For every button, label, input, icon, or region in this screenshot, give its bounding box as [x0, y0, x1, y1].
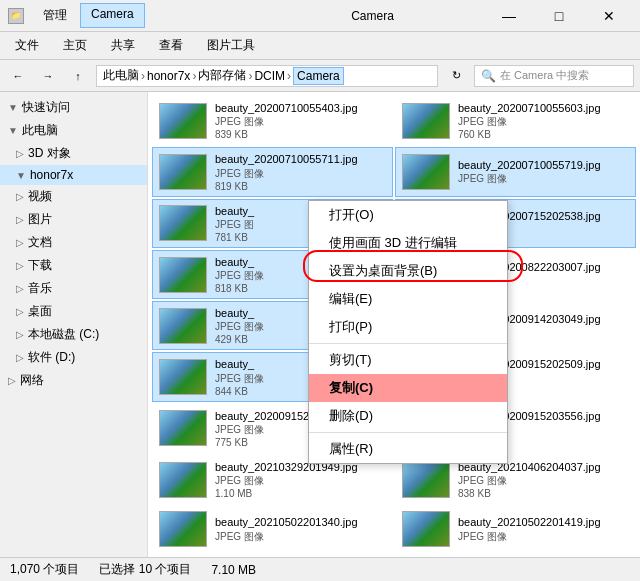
file-info: beauty_20200710055603.jpg JPEG 图像 760 KB — [458, 101, 629, 140]
context-menu-open[interactable]: 打开(O) — [309, 201, 507, 229]
title-icon: 📁 — [8, 8, 24, 24]
expand-icon: ▷ — [16, 329, 24, 340]
file-type: JPEG 图像 — [458, 474, 629, 488]
context-menu-edit[interactable]: 编辑(E) — [309, 285, 507, 313]
file-name: beauty_20210502201419.jpg — [458, 515, 629, 529]
expand-icon: ▷ — [16, 352, 24, 363]
context-menu-label: 剪切(T) — [329, 351, 372, 369]
file-item[interactable]: beauty_20200710055711.jpg JPEG 图像 819 KB — [152, 147, 393, 196]
file-info: beauty_20210502201419.jpg JPEG 图像 — [458, 515, 629, 543]
path-internal[interactable]: 内部存储 — [198, 67, 246, 84]
maximize-button[interactable]: □ — [536, 0, 582, 32]
context-menu-sep2 — [309, 432, 507, 433]
status-bar: 1,070 个项目 已选择 10 个项目 7.10 MB — [0, 557, 640, 581]
sidebar-item-drive-d[interactable]: ▷ 软件 (D:) — [0, 346, 147, 369]
expand-icon: ▷ — [16, 214, 24, 225]
selected-count: 已选择 10 个项目 — [99, 561, 191, 578]
sidebar-item-documents[interactable]: ▷ 文档 — [0, 231, 147, 254]
sidebar-item-3dobjects[interactable]: ▷ 3D 对象 — [0, 142, 147, 165]
ribbon-share[interactable]: 共享 — [100, 33, 146, 58]
file-thumbnail — [159, 103, 207, 139]
context-menu-cut[interactable]: 剪切(T) — [309, 346, 507, 374]
sidebar-item-honor7x[interactable]: ▼ honor7x — [0, 165, 147, 185]
context-menu-wallpaper[interactable]: 设置为桌面背景(B) — [309, 257, 507, 285]
context-menu-label: 设置为桌面背景(B) — [329, 262, 437, 280]
file-name: beauty_20200710055403.jpg — [215, 101, 386, 115]
file-name: beauty_20200710055719.jpg — [458, 158, 629, 172]
sidebar-label: 软件 (D:) — [28, 349, 75, 366]
file-item[interactable]: beauty_20200710055403.jpg JPEG 图像 839 KB — [152, 96, 393, 145]
nav-back-button[interactable]: ← — [6, 64, 30, 88]
search-box[interactable]: 🔍 在 Camera 中搜索 — [474, 65, 634, 87]
path-honor7x[interactable]: honor7x — [147, 69, 190, 83]
address-path[interactable]: 此电脑 › honor7x › 内部存储 › DCIM › Camera — [96, 65, 438, 87]
sidebar-item-pictures[interactable]: ▷ 图片 — [0, 208, 147, 231]
nav-forward-button[interactable]: → — [36, 64, 60, 88]
context-menu-print[interactable]: 打印(P) — [309, 313, 507, 341]
file-item[interactable]: beauty_20210502201340.jpg JPEG 图像 — [152, 506, 393, 552]
refresh-button[interactable]: ↻ — [444, 64, 468, 88]
nav-up-button[interactable]: ↑ — [66, 64, 90, 88]
sidebar-label: 此电脑 — [22, 122, 58, 139]
context-menu-label: 打印(P) — [329, 318, 372, 336]
content-area: beauty_20200710055403.jpg JPEG 图像 839 KB… — [148, 92, 640, 557]
file-item[interactable]: beauty_20200710055603.jpg JPEG 图像 760 KB — [395, 96, 636, 145]
context-menu-label: 复制(C) — [329, 379, 373, 397]
path-thispc[interactable]: 此电脑 — [103, 67, 139, 84]
ribbon-view[interactable]: 查看 — [148, 33, 194, 58]
sidebar-label: 快速访问 — [22, 99, 70, 116]
file-thumbnail — [159, 511, 207, 547]
context-menu-label: 打开(O) — [329, 206, 374, 224]
close-button[interactable]: ✕ — [586, 0, 632, 32]
sidebar-label: 3D 对象 — [28, 145, 71, 162]
ribbon: 文件 主页 共享 查看 图片工具 — [0, 32, 640, 60]
file-name: beauty_20210502201340.jpg — [215, 515, 386, 529]
context-menu-copy[interactable]: 复制(C) — [309, 374, 507, 402]
file-type: JPEG 图像 — [215, 167, 386, 181]
ribbon-home[interactable]: 主页 — [52, 33, 98, 58]
path-dcim[interactable]: DCIM — [254, 69, 285, 83]
sidebar-item-quickaccess[interactable]: ▼ 快速访问 — [0, 96, 147, 119]
sidebar-item-thispc[interactable]: ▼ 此电脑 — [0, 119, 147, 142]
file-item[interactable]: beauty_20200710055719.jpg JPEG 图像 — [395, 147, 636, 196]
file-thumbnail — [159, 359, 207, 395]
selected-size: 7.10 MB — [211, 563, 256, 577]
path-camera[interactable]: Camera — [293, 67, 344, 85]
file-info: beauty_20210502201340.jpg JPEG 图像 — [215, 515, 386, 543]
item-count: 1,070 个项目 — [10, 561, 79, 578]
file-size: 760 KB — [458, 129, 629, 140]
file-thumbnail — [159, 410, 207, 446]
sidebar-label: 文档 — [28, 234, 52, 251]
context-menu-properties[interactable]: 属性(R) — [309, 435, 507, 463]
sidebar-item-downloads[interactable]: ▷ 下载 — [0, 254, 147, 277]
file-item[interactable]: beauty_20210502201419.jpg JPEG 图像 — [395, 506, 636, 552]
context-menu-label: 使用画面 3D 进行编辑 — [329, 234, 457, 252]
context-menu-edit-3d[interactable]: 使用画面 3D 进行编辑 — [309, 229, 507, 257]
window-icon-group: 📁 — [8, 8, 24, 24]
file-size: 839 KB — [215, 129, 386, 140]
file-thumbnail — [159, 154, 207, 190]
expand-icon: ▷ — [16, 306, 24, 317]
search-placeholder: 在 Camera 中搜索 — [500, 68, 589, 83]
sidebar-label: 音乐 — [28, 280, 52, 297]
file-thumbnail — [159, 308, 207, 344]
window-controls: — □ ✕ — [486, 0, 632, 32]
context-menu-label: 删除(D) — [329, 407, 373, 425]
sidebar-item-video[interactable]: ▷ 视频 — [0, 185, 147, 208]
context-menu-label: 属性(R) — [329, 440, 373, 458]
tab-manage[interactable]: 管理 — [32, 3, 78, 28]
minimize-button[interactable]: — — [486, 0, 532, 32]
address-bar: ← → ↑ 此电脑 › honor7x › 内部存储 › DCIM › Came… — [0, 60, 640, 92]
context-menu-delete[interactable]: 删除(D) — [309, 402, 507, 430]
sidebar-item-drive-c[interactable]: ▷ 本地磁盘 (C:) — [0, 323, 147, 346]
main-layout: ▼ 快速访问 ▼ 此电脑 ▷ 3D 对象 ▼ honor7x ▷ 视频 ▷ 图片… — [0, 92, 640, 557]
file-info: beauty_20210329201949.jpg JPEG 图像 1.10 M… — [215, 460, 386, 499]
window-title: Camera — [259, 9, 486, 23]
tab-camera[interactable]: Camera — [80, 3, 145, 28]
sidebar-item-music[interactable]: ▷ 音乐 — [0, 277, 147, 300]
file-thumbnail — [402, 511, 450, 547]
sidebar-item-network[interactable]: ▷ 网络 — [0, 369, 147, 392]
ribbon-file[interactable]: 文件 — [4, 33, 50, 58]
sidebar-item-desktop[interactable]: ▷ 桌面 — [0, 300, 147, 323]
ribbon-picture-tools[interactable]: 图片工具 — [196, 33, 266, 58]
